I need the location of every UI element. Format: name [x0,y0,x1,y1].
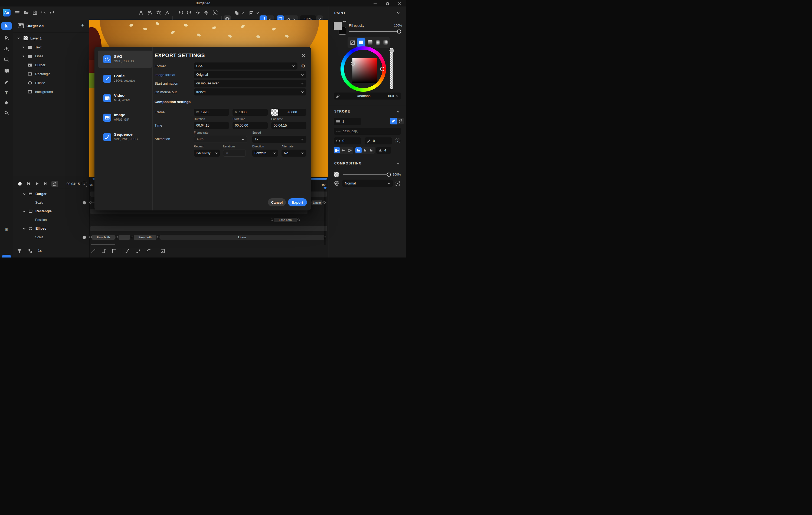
join-miter-button[interactable] [355,147,361,153]
tween-bar[interactable]: Linear [160,235,324,240]
fill-color-swatch[interactable] [334,22,342,30]
keyframe[interactable] [324,236,326,238]
align-button[interactable] [249,10,254,16]
cap-round-button[interactable] [340,147,346,153]
alpha-slider-knob[interactable] [389,49,394,53]
tree-item-rectangle[interactable]: Rectangle [28,69,50,79]
frame-background-input[interactable]: #0000 [271,109,307,116]
add-keyframe-button[interactable]: + [82,182,87,187]
frame-width-input[interactable]: w 1920 [194,109,229,116]
play-button[interactable] [35,181,39,186]
export-format-image[interactable]: Image APNG, GIF [98,109,152,126]
keyframe[interactable] [89,236,92,238]
hue-selector[interactable] [380,67,384,71]
undo-button[interactable] [40,10,46,16]
open-file-button[interactable] [24,10,29,16]
cancel-button[interactable]: Cancel [268,198,286,206]
easing-linear-button[interactable] [90,247,97,254]
rectangle-tool-button[interactable] [4,57,9,62]
compositing-collapse-button[interactable] [396,161,400,165]
taper-end-button[interactable] [397,118,404,124]
timeline-row-burger[interactable]: Burger [23,190,47,198]
timeline-row-burger-scale[interactable]: Scale [35,198,43,207]
record-button[interactable] [17,181,22,186]
rotate-ccw-button[interactable] [178,10,183,16]
fill-opacity-slider-knob[interactable] [397,29,401,34]
property-enabled-check[interactable] [82,235,86,239]
dash-offset-input[interactable]: 0 [334,138,361,145]
frame-rate-select[interactable]: Auto [194,136,247,143]
keyframe[interactable] [271,218,273,221]
stroke-collapse-button[interactable] [396,109,400,114]
center-focus-button[interactable] [212,10,218,16]
stroke-help-button[interactable]: ? [395,138,400,143]
isolate-blending-button[interactable] [395,181,400,186]
tree-item-burger[interactable]: Burger [28,61,46,69]
close-window-button[interactable] [396,0,403,6]
format-settings-button[interactable]: ⚙ [300,62,307,69]
sv-selector[interactable] [351,62,355,66]
cap-butt-button[interactable] [334,147,340,153]
minimize-button[interactable] [371,0,379,6]
redo-button[interactable] [49,10,55,16]
layers-panel-button[interactable] [2,255,11,258]
direction-select[interactable]: Forward [252,150,278,157]
alpha-slider[interactable] [390,48,393,89]
loop-toggle-button[interactable] [52,181,58,187]
alternate-select[interactable]: No [282,150,307,157]
easing-ease-both-button[interactable] [124,247,131,254]
layer-opacity-slider[interactable] [343,175,389,175]
anchor-tool-button[interactable] [138,10,144,16]
export-format-svg[interactable]: SVG SMIL, CSS, JS [98,51,152,68]
easing-chip[interactable]: Ease both [92,235,115,240]
group-options-dropdown[interactable] [241,11,244,14]
keyframe[interactable] [116,236,118,238]
easing-ease-in-button[interactable] [135,247,142,254]
stroke-slope-input[interactable]: 0 [365,138,392,145]
taper-start-button[interactable] [390,118,397,124]
stroke-width-input[interactable]: 1 [334,118,361,125]
repeat-select[interactable]: Indefinitely [194,150,220,157]
keyframe[interactable] [297,218,300,221]
easing-step-end-button[interactable] [100,247,108,254]
horizontal-scrollbar[interactable] [91,244,115,245]
easing-chip-blank[interactable] [119,235,130,240]
join-round-button[interactable] [362,147,368,153]
speed-select[interactable]: 1x [252,136,307,143]
miter-limit-input[interactable]: 4 [376,147,392,154]
keyframe[interactable] [157,236,160,238]
fill-solid-button[interactable] [357,38,366,47]
fill-opacity-slider[interactable] [349,31,399,32]
direct-selection-tool-button[interactable] [4,35,9,40]
timeline-row-rectangle-position[interactable]: Position [35,216,47,224]
app-logo[interactable]: An [3,9,10,17]
group-objects-button[interactable] [234,10,239,16]
track-bar-ellipse[interactable] [90,226,327,231]
restore-button[interactable] [384,0,392,6]
easing-chip[interactable]: Ease both [134,235,156,240]
easing-custom-button[interactable] [159,247,166,254]
cap-square-button[interactable] [346,147,353,153]
save-button[interactable] [32,10,38,16]
timeline-row-ellipse[interactable]: Ellipse [23,224,46,233]
go-to-end-button[interactable] [43,181,48,186]
add-anchor-tool-button[interactable] [147,10,153,16]
dash-pattern-input[interactable]: dash, gap, ... [334,128,401,135]
go-to-start-button[interactable] [26,181,31,186]
swap-colors-icon[interactable] [342,21,347,25]
join-bevel-button[interactable] [368,147,374,153]
property-enabled-check[interactable] [82,201,86,205]
timeline-row-rectangle[interactable]: Rectangle [23,207,52,216]
flip-horizontal-button[interactable] [195,10,201,16]
image-format-select[interactable]: Original [194,71,307,78]
easing-chip[interactable]: Ease both [274,218,297,222]
symbol-library-button[interactable] [4,68,9,73]
export-button[interactable]: Export [288,198,307,206]
tree-item-ellipse[interactable]: Ellipse [28,79,45,87]
fill-radial-gradient-button[interactable] [375,39,381,46]
fill-none-button[interactable] [349,39,356,46]
iterations-input[interactable]: ∞ [223,150,246,157]
rotate-cw-button[interactable] [186,10,192,16]
export-format-sequence[interactable]: Sequence SVG, PNG, JPEG [98,128,152,146]
brush-tool-button[interactable] [4,79,9,85]
